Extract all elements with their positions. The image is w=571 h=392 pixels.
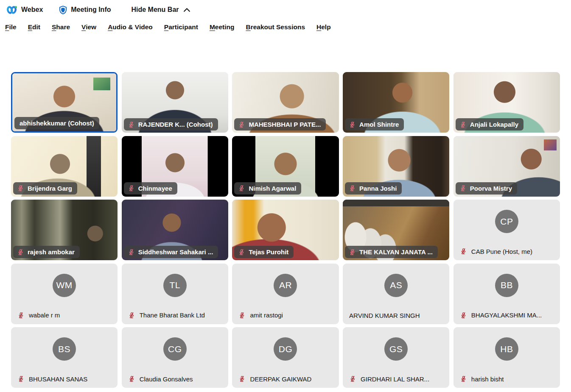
participant-tile[interactable]: HB harish bisht: [453, 327, 560, 388]
participant-name: Chinmayee: [138, 185, 172, 192]
participant-tile[interactable]: Brijendra Garg: [11, 136, 118, 197]
menu-item-breakout-sessions[interactable]: Breakout Sessions: [246, 23, 305, 31]
participant-tile[interactable]: Tejas Purohit: [232, 200, 339, 260]
name-badge: GIRDHARI LAL SHAR...: [349, 375, 429, 383]
menu-item-meeting[interactable]: Meeting: [210, 23, 235, 31]
participant-tile[interactable]: Chinmayee: [122, 136, 228, 197]
muted-mic-icon: [238, 375, 246, 383]
meeting-info-label: Meeting Info: [71, 6, 111, 14]
participant-name: BHAGYALAKSHMI MA...: [471, 311, 542, 319]
menubar: FileEditShareViewAudio & VideoParticipan…: [0, 19, 571, 35]
participant-tile[interactable]: Poorva Mistry: [453, 136, 560, 197]
avatar: BB: [495, 274, 518, 297]
participant-tile[interactable]: Amol Shintre: [343, 72, 449, 133]
participant-name: rajesh ambokar: [28, 248, 75, 256]
participant-name: DEERPAK GAIKWAD: [250, 375, 311, 383]
participant-name: BHUSAHAN SANAS: [29, 375, 87, 383]
name-badge: MAHESHBHAI P PATE...: [234, 118, 326, 131]
hide-menu-bar-label: Hide Menu Bar: [132, 6, 179, 14]
avatar: AS: [384, 274, 408, 297]
participant-tile[interactable]: RAJENDER K... (Cohost): [122, 72, 228, 133]
meeting-info-button[interactable]: Meeting Info: [59, 6, 111, 14]
avatar-initials: AS: [390, 280, 402, 290]
name-badge: wabale r m: [17, 311, 60, 319]
menu-item-audio-video[interactable]: Audio & Video: [108, 23, 153, 31]
participant-tile[interactable]: GS GIRDHARI LAL SHAR...: [343, 327, 449, 388]
participant-tile[interactable]: TL Thane Bharat Bank Ltd: [122, 264, 228, 324]
shield-icon: [59, 6, 67, 14]
muted-mic-icon: [459, 184, 467, 192]
participant-name: Brijendra Garg: [28, 185, 72, 192]
avatar-initials: HB: [500, 344, 513, 354]
avatar: CP: [495, 210, 518, 233]
muted-mic-icon: [238, 184, 245, 192]
name-badge: Claudia Gonsalves: [128, 375, 193, 383]
name-badge: amit rastogi: [238, 311, 283, 319]
webex-logo-icon: [6, 5, 17, 15]
participant-name: Thane Bharat Bank Ltd: [140, 311, 205, 319]
avatar: CG: [163, 337, 187, 361]
brand-label: Webex: [21, 6, 43, 14]
muted-mic-icon: [238, 311, 246, 319]
participant-name: MAHESHBHAI P PATE...: [249, 121, 321, 128]
hide-menu-bar-button[interactable]: Hide Menu Bar: [132, 6, 190, 14]
participant-tile[interactable]: BS BHUSAHAN SANAS: [11, 327, 118, 388]
avatar-initials: TL: [170, 280, 181, 290]
participant-tile[interactable]: CP CAB Pune (Host, me): [453, 200, 560, 260]
avatar-initials: GS: [389, 344, 403, 354]
participant-tile[interactable]: Panna Joshi: [343, 136, 449, 197]
participant-tile[interactable]: BB BHAGYALAKSHMI MA...: [453, 264, 560, 324]
avatar-initials: BB: [501, 280, 513, 290]
participant-tile[interactable]: abhishekkumar (Cohost): [11, 72, 118, 133]
name-badge: RAJENDER K... (Cohost): [124, 118, 218, 131]
participant-tile[interactable]: Siddheshwar Sahakari ...: [122, 200, 228, 260]
participant-tile[interactable]: DG DEERPAK GAIKWAD: [232, 327, 339, 388]
menu-item-file[interactable]: File: [5, 23, 17, 31]
muted-mic-icon: [238, 121, 245, 128]
name-badge: BHUSAHAN SANAS: [17, 375, 87, 383]
name-badge: THE KALYAN JANATA ...: [345, 246, 438, 258]
avatar: BS: [53, 337, 76, 361]
menu-item-participant[interactable]: Participant: [164, 23, 198, 31]
name-badge: rajesh ambokar: [13, 246, 80, 258]
participant-tile[interactable]: Anjali Lokapally: [453, 72, 560, 133]
menu-item-help[interactable]: Help: [316, 23, 331, 31]
name-badge: Anjali Lokapally: [456, 118, 523, 131]
participant-name: Amol Shintre: [359, 121, 399, 128]
menu-item-share[interactable]: Share: [52, 23, 70, 31]
participant-name: RAJENDER K... (Cohost): [138, 121, 213, 128]
name-badge: harish bisht: [460, 375, 504, 383]
avatar: HB: [495, 337, 518, 361]
avatar: TL: [163, 274, 187, 297]
participant-tile[interactable]: AS ARVIND KUMAR SINGH: [343, 264, 449, 324]
name-badge: Amol Shintre: [345, 118, 404, 131]
participant-tile[interactable]: AR amit rastogi: [232, 264, 339, 324]
participant-name: Tejas Purohit: [249, 248, 288, 256]
avatar: GS: [384, 337, 408, 361]
muted-mic-icon: [128, 375, 135, 383]
muted-mic-icon: [128, 184, 135, 192]
participant-tile[interactable]: THE KALYAN JANATA ...: [343, 200, 449, 260]
muted-mic-icon: [349, 184, 356, 192]
menu-item-edit[interactable]: Edit: [28, 23, 40, 31]
participant-name: Claudia Gonsalves: [140, 375, 193, 383]
muted-mic-icon: [460, 311, 467, 319]
name-badge: Poorva Mistry: [456, 182, 517, 195]
avatar-initials: CG: [168, 344, 182, 354]
participant-name: Nimish Agarwal: [249, 185, 296, 192]
muted-mic-icon: [17, 311, 25, 319]
menu-item-view[interactable]: View: [81, 23, 96, 31]
muted-mic-icon: [460, 247, 467, 255]
name-badge: Chinmayee: [124, 182, 177, 195]
participant-tile[interactable]: MAHESHBHAI P PATE...: [232, 72, 339, 133]
muted-mic-icon: [349, 375, 356, 383]
name-badge: DEERPAK GAIKWAD: [238, 375, 311, 383]
participant-tile[interactable]: WM wabale r m: [11, 264, 118, 324]
participant-tile[interactable]: Nimish Agarwal: [232, 136, 339, 197]
participant-tile[interactable]: rajesh ambokar: [11, 200, 118, 260]
avatar-initials: BS: [58, 344, 70, 354]
participant-tile[interactable]: CG Claudia Gonsalves: [122, 327, 228, 388]
participant-name: abhishekkumar (Cohost): [20, 120, 94, 127]
muted-mic-icon: [17, 375, 25, 383]
avatar: DG: [274, 337, 297, 361]
